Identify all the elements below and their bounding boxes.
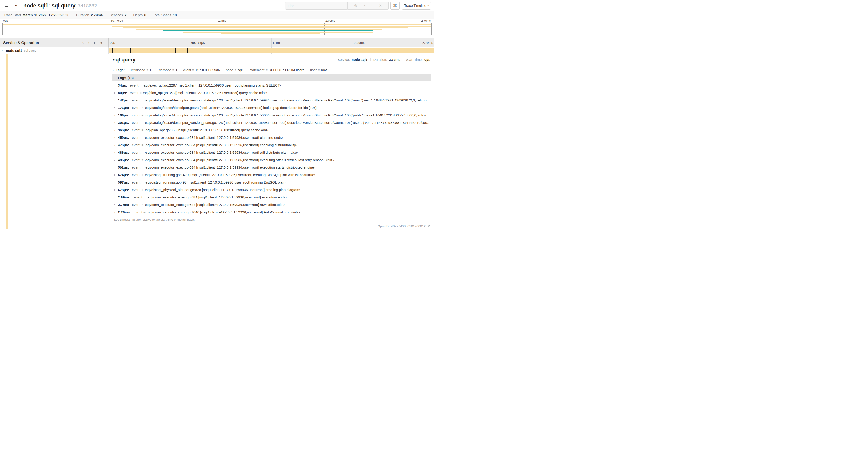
- chevron-right-icon: ›: [114, 210, 115, 214]
- summary-suffix: .326: [63, 13, 69, 17]
- log-entry[interactable]: ›495μs:event=‹sql/conn_executor_exec.go:…: [112, 156, 431, 163]
- log-timestamp: 459μs:: [118, 135, 129, 139]
- log-marker: [165, 48, 165, 53]
- tag-key: user: [310, 68, 317, 72]
- log-field-key: event: [132, 135, 141, 139]
- log-entry[interactable]: ›189μs:event=‹sql/catalog/lease/descript…: [112, 111, 431, 119]
- log-entry[interactable]: ›2.7ms:event=‹sql/conn_executor_exec.go:…: [112, 201, 431, 208]
- log-field-key: event: [132, 106, 141, 110]
- log-entry[interactable]: ›459μs:event=‹sql/conn_executor_exec.go:…: [112, 134, 431, 141]
- logs-title: Logs: [118, 76, 126, 80]
- summary-separator: [130, 13, 130, 17]
- close-icon[interactable]: ✕: [379, 3, 382, 8]
- search-input[interactable]: [285, 2, 348, 9]
- log-entry[interactable]: ›476μs:event=‹sql/conn_executor_exec.go:…: [112, 141, 431, 149]
- log-field-key: event: [132, 121, 141, 125]
- chevron-down-icon[interactable]: ›: [1, 50, 5, 51]
- span-row[interactable]: › node sql1 sql query: [0, 47, 434, 54]
- tag[interactable]: node=sql1: [226, 68, 244, 72]
- double-chevron-down-icon[interactable]: »: [93, 42, 97, 44]
- log-field-key: event: [130, 83, 138, 87]
- log-timestamp: 486μs:: [118, 151, 129, 154]
- span-id-footer: SpanID: 4877749850101760812: [378, 224, 431, 228]
- tag-separator: [307, 68, 307, 72]
- log-entry[interactable]: ›201μs:event=‹sql/catalog/lease/descript…: [112, 119, 431, 126]
- circle-plus-icon[interactable]: ⊕: [354, 3, 357, 8]
- minimap-span-bar: [183, 32, 373, 33]
- chevron-right-icon: ›: [114, 151, 115, 154]
- log-timestamp: 2.69ms:: [118, 195, 131, 199]
- equals-sign: =: [192, 68, 194, 72]
- duration-value: 2.79ms: [389, 58, 400, 62]
- logs-header[interactable]: › Logs (18): [112, 74, 431, 81]
- minimap-span-bar: [221, 33, 320, 34]
- log-entry[interactable]: ›142μs:event=‹sql/catalog/lease/descript…: [112, 96, 431, 104]
- log-entry[interactable]: ›80μs:event=‹sql/plan_opt.go:358 [nsql1,…: [112, 89, 431, 96]
- find-controls: ⊕ › › ✕: [348, 2, 389, 9]
- chevron-right-icon: ›: [114, 195, 115, 199]
- tag[interactable]: statement=SELECT * FROM users: [250, 68, 304, 72]
- span-id-value: 4877749850101760812: [391, 224, 426, 228]
- tag[interactable]: user=root: [310, 68, 327, 72]
- log-timestamp: 476μs:: [118, 143, 129, 147]
- log-timestamp: 574μs:: [118, 173, 129, 177]
- chevron-right-icon: ›: [114, 203, 115, 206]
- log-entry[interactable]: ›2.69ms:event=‹sql/conn_executor_exec.go…: [112, 193, 431, 201]
- log-field-value: ‹sql/distsql_running.go:1420 [nsql1,clie…: [145, 173, 315, 177]
- log-entry[interactable]: ›574μs:event=‹sql/distsql_running.go:142…: [112, 171, 431, 178]
- span-bar[interactable]: [109, 48, 434, 53]
- log-entry[interactable]: ›176μs:event=‹sql/catalog/descs/descript…: [112, 104, 431, 111]
- log-field-key: event: [132, 203, 141, 207]
- chevron-right-icon[interactable]: ›: [88, 41, 90, 45]
- log-entry[interactable]: ›486μs:event=‹sql/conn_executor_exec.go:…: [112, 149, 431, 156]
- tag[interactable]: _verbose=1: [157, 68, 177, 72]
- log-marker: [422, 48, 422, 53]
- log-field-value: ‹sql/catalog/lease/descriptor_version_st…: [145, 113, 431, 117]
- summary-item: Trace StartMarch 31 2022, 17:25:09.326: [4, 13, 69, 17]
- chevron-down-icon[interactable]: ›: [81, 42, 86, 44]
- log-entry[interactable]: ›34μs:event=‹sql/exec_util.go:2297 [nsql…: [112, 81, 431, 89]
- keyboard-shortcuts-button[interactable]: ⌘: [391, 2, 400, 9]
- log-marker: [130, 48, 131, 53]
- span-detail-header: sql query Service: node sql1 Duration: 2…: [113, 54, 430, 66]
- chevron-up-icon[interactable]: ›: [362, 5, 366, 6]
- tag[interactable]: client=127.0.0.1:59936: [183, 68, 220, 72]
- log-field-key: event: [132, 165, 141, 169]
- tag-value: sql1: [238, 68, 244, 72]
- log-field-value: ‹sql/conn_executor_exec.go:684 [nsql1,cl…: [145, 135, 283, 139]
- span-operation-title: sql query: [113, 57, 135, 63]
- log-marker: [167, 48, 167, 53]
- log-entry[interactable]: ›502μs:event=‹sql/conn_executor_exec.go:…: [112, 163, 431, 171]
- span-name-cell[interactable]: › node sql1 sql query: [0, 47, 109, 54]
- log-marker: [132, 48, 132, 53]
- time-tick-label: 1.4ms: [273, 41, 281, 44]
- time-tick-label: 697.75μs: [191, 41, 205, 44]
- log-entry[interactable]: ›2.79ms:event=‹sql/conn_executor_exec.go…: [112, 208, 431, 216]
- span-timeline-cell: [109, 47, 434, 54]
- equals-sign: =: [142, 165, 144, 169]
- equals-sign: =: [142, 158, 144, 162]
- back-arrow-icon[interactable]: ←: [4, 3, 9, 9]
- log-field-key: event: [132, 188, 141, 192]
- chevron-down-icon[interactable]: ›: [370, 5, 374, 6]
- tag[interactable]: _unfinished=1: [128, 68, 151, 72]
- gridline: [271, 38, 272, 47]
- tag-separator: [247, 68, 247, 72]
- log-field-value: ‹sql/conn_executor_exec.go:684 [nsql1,cl…: [145, 158, 334, 162]
- jaeger-trace-page: ← › node sql1: sql query7418682 ⊕ › › ✕ …: [0, 0, 434, 230]
- log-entry[interactable]: ›678μs:event=‹sql/distsql_physical_plann…: [112, 186, 431, 193]
- summary-label: Duration: [76, 13, 89, 17]
- tags-row[interactable]: › Tags: _unfinished=1_verbose=1client=12…: [113, 66, 430, 74]
- minimap-canvas[interactable]: [2, 23, 432, 35]
- chevron-right-icon: ›: [114, 188, 115, 192]
- log-entry[interactable]: ›597μs:event=‹sql/distsql_running.go:498…: [112, 178, 431, 186]
- log-entry[interactable]: ›366μs:event=‹sql/plan_opt.go:358 [nsql1…: [112, 126, 431, 134]
- chevron-down-icon[interactable]: ›: [14, 5, 19, 6]
- trace-view-selector[interactable]: Trace Timeline ›: [402, 2, 431, 9]
- double-chevron-right-icon[interactable]: »: [100, 41, 102, 45]
- chevron-right-icon: ›: [114, 143, 115, 147]
- log-marker: [164, 48, 164, 53]
- link-icon[interactable]: [427, 224, 431, 228]
- summary-separator: [150, 13, 150, 17]
- logs-count: (18): [128, 76, 134, 80]
